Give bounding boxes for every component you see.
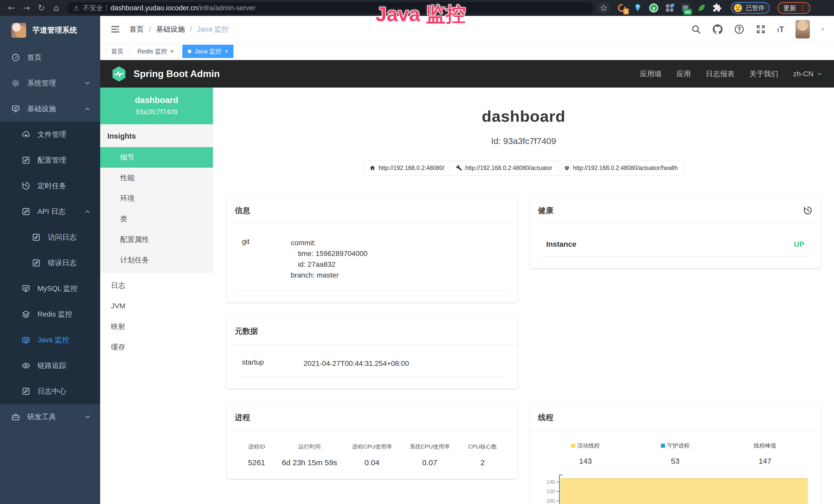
sidebar-item-access-logs[interactable]: 访问日志 xyxy=(0,224,100,250)
sba-header: Spring Boot Admin 应用墙 应用 日志报表 关于我们 zh-CN xyxy=(100,60,834,88)
instance-links: http://192.168.0.2:48080/ http://192.168… xyxy=(226,160,821,176)
help-button[interactable] xyxy=(734,24,744,35)
sidebar-item-label: 日志中心 xyxy=(38,386,66,396)
sidebar-item-error-logs[interactable]: 错误日志 xyxy=(0,250,100,276)
threads-chart: 140 120 100 xyxy=(541,475,810,504)
process-value-system-cpu: 0.07 xyxy=(401,458,459,467)
profile-avatar-icon xyxy=(733,3,743,13)
toolbox-icon xyxy=(11,413,20,421)
sba-nav-journal[interactable]: 日志报表 xyxy=(706,69,734,79)
bookmark-star-button[interactable] xyxy=(597,2,610,14)
sba-sidebar-item-classes[interactable]: 类 xyxy=(100,209,213,229)
reload-icon[interactable]: ↻ xyxy=(35,0,48,16)
sidebar-item-mysql-monitor[interactable]: MySQL 监控 xyxy=(0,276,100,301)
sidebar-item-home[interactable]: 首页 xyxy=(0,45,100,70)
service-url-link[interactable]: http://192.168.0.2:48080/ xyxy=(364,160,450,176)
sba-sidebar-item-caches[interactable]: 缓存 xyxy=(100,337,213,358)
sba-sidebar-item-jvm[interactable]: JVM xyxy=(100,296,213,316)
extension-icon-leaf[interactable] xyxy=(697,3,706,13)
sidebar-item-tracing[interactable]: 链路追踪 xyxy=(0,353,100,379)
extension-icon-y-circle[interactable]: y xyxy=(649,3,659,13)
extension-icon-grid[interactable] xyxy=(665,3,675,13)
health-url-link[interactable]: http://192.168.0.2:48080/actuator/health xyxy=(558,160,684,176)
sidebar-item-dev-tools[interactable]: 研发工具 xyxy=(0,404,100,430)
sba-sidebar-item-metrics[interactable]: 性能 xyxy=(100,168,213,188)
history-icon[interactable] xyxy=(803,206,812,215)
tab-java-monitor[interactable]: Java 监控 × xyxy=(182,45,234,58)
sidebar-item-log-center[interactable]: 日志中心 xyxy=(0,379,100,404)
browser-update-button[interactable]: 更新 ⋮ xyxy=(777,2,810,14)
sba-nav-applications[interactable]: 应用 xyxy=(677,69,691,79)
tab-home[interactable]: 首页 xyxy=(106,45,129,58)
home-icon[interactable]: ⌂ xyxy=(50,0,63,16)
extension-icon-lines-on[interactable]: on xyxy=(681,3,690,13)
forward-icon[interactable]: → xyxy=(20,0,33,16)
process-card-body: 进程ID 运行时间 进程CPU使用率 系统CPU使用率 CPU核心数 5261 … xyxy=(226,431,518,479)
breadcrumb-infrastructure[interactable]: 基础设施 xyxy=(156,24,185,34)
sidebar-item-api-logs[interactable]: API 日志 xyxy=(0,199,100,224)
edit-icon xyxy=(22,387,30,396)
fullscreen-button[interactable] xyxy=(756,24,766,35)
address-bar[interactable]: ⚠ 不安全 dashboard.yudao.iocoder.cn/infra/a… xyxy=(67,2,593,14)
threads-chart-yaxis: 140 120 100 xyxy=(541,475,559,504)
sidebar-item-label: 配置管理 xyxy=(38,155,66,165)
sidebar-item-file-management[interactable]: 文件管理 xyxy=(0,122,100,147)
sidebar-toggle-icon[interactable] xyxy=(110,24,121,35)
breadcrumb-home[interactable]: 首页 xyxy=(129,24,144,34)
metadata-card: 元数据 startup 2021-04-27T00:44:31.254+08:0… xyxy=(226,318,518,389)
edit-icon xyxy=(22,156,30,165)
chevron-up-icon xyxy=(84,106,91,112)
search-button[interactable] xyxy=(691,24,701,35)
user-avatar[interactable] xyxy=(795,20,810,39)
dashboard-icon xyxy=(11,53,20,62)
topbar-actions: tT ▾ xyxy=(691,20,824,39)
info-card-body: git commit: time: 1596289704000 id: 27aa… xyxy=(226,224,518,302)
chevron-down-icon xyxy=(84,80,91,87)
star-icon xyxy=(600,4,607,12)
process-value-pid: 5261 xyxy=(237,458,276,467)
sba-instance-sidebar: dashboard 93a3fc7f7409 Insights 细节 性能 环境… xyxy=(100,88,213,504)
main-column: 首页 / 基础设施 / Java 监控 tT ▾ xyxy=(100,16,834,504)
eye-icon xyxy=(22,361,30,370)
extension-on-badge: on xyxy=(683,9,692,15)
sidebar-item-config-management[interactable]: 配置管理 xyxy=(0,147,100,173)
sidebar-item-redis-monitor[interactable]: Redis 监控 xyxy=(0,301,100,327)
service-url: http://192.168.0.2:48080/ xyxy=(379,165,444,171)
font-size-button[interactable]: tT xyxy=(777,25,784,34)
sidebar-item-scheduled-tasks[interactable]: 定时任务 xyxy=(0,173,100,199)
locale-label: zh-CN xyxy=(793,70,813,78)
page-topbar: 首页 / 基础设施 / Java 监控 tT ▾ xyxy=(100,16,834,43)
sba-locale-select[interactable]: zh-CN xyxy=(793,70,823,78)
chevron-up-icon xyxy=(84,208,91,215)
sidebar-item-java-monitor[interactable]: Java 监控 xyxy=(0,327,100,353)
metadata-row-startup: startup 2021-04-27T00:44:31.254+08:00 xyxy=(237,357,507,377)
tab-close-icon[interactable]: × xyxy=(170,48,174,54)
profile-paused-chip[interactable]: 已暂停 xyxy=(731,2,770,14)
extension-icon-refresh[interactable]: 1 xyxy=(617,3,627,13)
sidebar-item-infrastructure[interactable]: 基础设施 xyxy=(0,96,100,122)
sba-nav-wallboard[interactable]: 应用墙 xyxy=(640,69,662,79)
avatar-caret-icon[interactable]: ▾ xyxy=(821,26,824,33)
heartbeat-icon xyxy=(564,165,570,171)
sba-nav-about[interactable]: 关于我们 xyxy=(749,69,778,79)
instance-header[interactable]: dashboard 93a3fc7f7409 xyxy=(100,88,213,124)
back-icon[interactable]: ← xyxy=(5,0,18,16)
github-button[interactable] xyxy=(712,24,723,35)
process-value-uptime: 6d 23h 15m 59s xyxy=(276,458,343,467)
extensions-puzzle-icon[interactable] xyxy=(712,3,722,13)
sba-sidebar-item-scheduled[interactable]: 计划任务 xyxy=(100,250,213,270)
sba-sidebar-item-config-props[interactable]: 配置属性 xyxy=(100,229,213,250)
actuator-url-link[interactable]: http://192.168.0.2:48080/actuator xyxy=(450,160,558,176)
ytick-mark xyxy=(556,491,559,492)
process-header-cpus: CPU核心数 xyxy=(459,443,506,451)
sba-sidebar-item-environment[interactable]: 环境 xyxy=(100,188,213,209)
app-logo-row[interactable]: 芋道管理系统 xyxy=(0,16,100,45)
sba-sidebar-item-logs[interactable]: 日志 xyxy=(100,275,213,296)
sidebar-item-system-management[interactable]: 系统管理 xyxy=(0,70,100,96)
extension-icon-pin[interactable] xyxy=(633,3,643,13)
tab-redis-monitor[interactable]: Redis 监控 × xyxy=(132,45,179,58)
sba-sidebar-item-mappings[interactable]: 映射 xyxy=(100,316,213,337)
tab-close-icon[interactable]: × xyxy=(224,48,228,54)
sba-sidebar-item-details[interactable]: 细节 xyxy=(100,147,213,168)
app-title: 芋道管理系统 xyxy=(32,25,77,36)
